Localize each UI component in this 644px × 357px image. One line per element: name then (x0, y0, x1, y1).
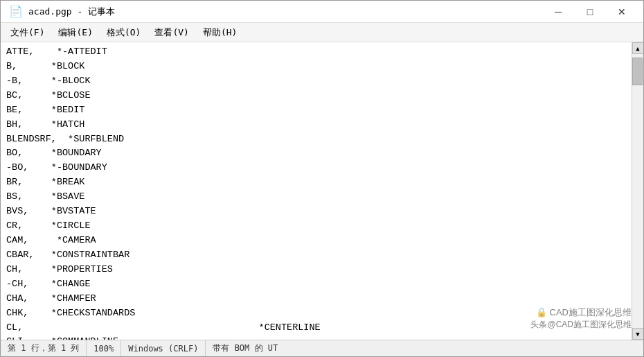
zoom-level: 100% (87, 340, 121, 356)
vertical-scrollbar[interactable]: ▲ ▼ (632, 42, 643, 340)
scroll-down-button[interactable]: ▼ (632, 328, 644, 340)
editor-area: ATTE, *-ATTEDIT B, *BLOCK -B, *-BLOCK BC… (1, 42, 643, 340)
menu-edit[interactable]: 编辑(E) (51, 24, 99, 42)
status-bar: 第 1 行，第 1 列 100% Windows (CRLF) 带有 BOM 的… (1, 340, 643, 356)
title-bar: 📄 acad.pgp - 记事本 ─ □ ✕ (1, 1, 643, 23)
menu-help[interactable]: 帮助(H) (196, 24, 244, 42)
minimize-button[interactable]: ─ (542, 1, 574, 23)
menu-bar: 文件(F) 编辑(E) 格式(O) 查看(V) 帮助(H) (1, 23, 643, 42)
scroll-thumb[interactable] (632, 58, 643, 85)
text-editor[interactable]: ATTE, *-ATTEDIT B, *BLOCK -B, *-BLOCK BC… (1, 42, 632, 340)
notepad-window: 📄 acad.pgp - 记事本 ─ □ ✕ 文件(F) 编辑(E) 格式(O)… (0, 0, 644, 357)
encoding: 带有 BOM 的 UT (206, 340, 285, 356)
maximize-button[interactable]: □ (574, 1, 606, 23)
menu-view[interactable]: 查看(V) (147, 24, 195, 42)
window-controls: ─ □ ✕ (542, 1, 638, 23)
title-bar-left: 📄 acad.pgp - 记事本 (9, 5, 115, 18)
scroll-track[interactable] (632, 54, 643, 328)
window-title: acad.pgp - 记事本 (28, 6, 115, 18)
menu-file[interactable]: 文件(F) (3, 24, 51, 42)
cursor-position: 第 1 行，第 1 列 (1, 340, 87, 356)
menu-format[interactable]: 格式(O) (100, 24, 147, 42)
scroll-up-button[interactable]: ▲ (632, 42, 644, 54)
app-icon: 📄 (9, 5, 23, 18)
line-ending: Windows (CRLF) (121, 340, 206, 356)
close-button[interactable]: ✕ (606, 1, 638, 23)
